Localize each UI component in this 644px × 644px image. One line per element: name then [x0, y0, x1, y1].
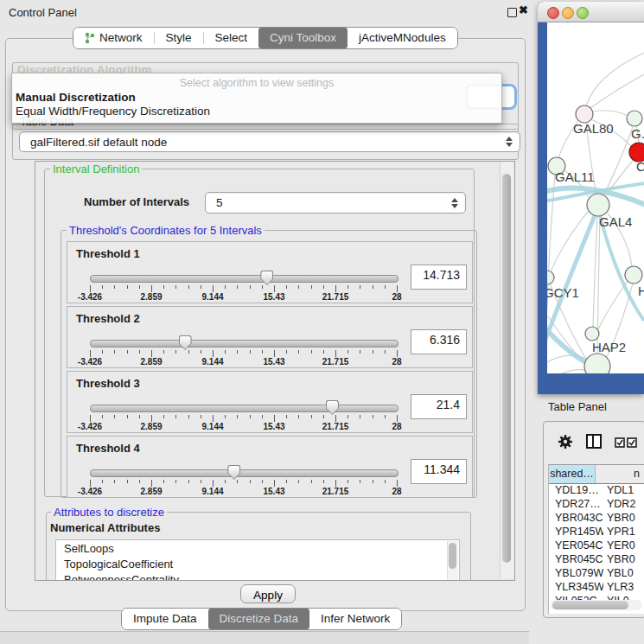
attribute-item[interactable]: SelfLoops	[56, 540, 459, 556]
threshold-value-field[interactable]: 11.344	[411, 459, 467, 484]
close-icon[interactable]: ✖	[519, 3, 528, 16]
threshold-label: Threshold 1	[76, 247, 140, 260]
threshold-value-field[interactable]: 6.316	[411, 329, 467, 354]
threshold-value-field[interactable]: 14.713	[411, 265, 467, 290]
network-node-g.[interactable]	[627, 111, 642, 126]
tab-cyni-toolbox[interactable]: Cyni Toolbox	[258, 28, 348, 48]
select-columns-checkboxes-icon[interactable]	[615, 436, 637, 451]
table-cell[interactable]: YPR1	[603, 526, 644, 539]
table-cell[interactable]: YLR3	[603, 581, 644, 595]
network-edge[interactable]	[593, 216, 597, 327]
table-row[interactable]: YBR045CYBR0	[549, 553, 644, 567]
slider-tick	[397, 350, 398, 357]
table-data-combobox[interactable]: galFiltered.sif default node	[19, 131, 520, 152]
slider-track[interactable]	[90, 275, 399, 283]
node-table: shared…n YDL19…YDL1YDR27…YDR2YBR043CYBR0…	[548, 464, 644, 614]
table-horizontal-scrollbar[interactable]	[551, 600, 642, 610]
slider-thumb[interactable]	[227, 465, 240, 480]
settings-scrollbar-thumb[interactable]	[502, 174, 511, 563]
table-row[interactable]: YDR27…YDR2	[549, 498, 644, 512]
network-node-h[interactable]	[625, 266, 642, 284]
algorithm-dropdown-popup: Select algorithm to view settings Manual…	[11, 73, 502, 124]
table-row[interactable]: YLR345WYLR3	[549, 581, 644, 595]
table-panel-body: shared…n YDL19…YDL1YDR27…YDR2YBR043CYBR0…	[543, 421, 644, 618]
network-edge[interactable]	[590, 74, 644, 108]
network-canvas[interactable]: GAL80G.CGAL11GAL4GCY1HHAP2	[547, 22, 644, 373]
threshold-2-box: Threshold 2-3.4262.8599.14415.4321.71528…	[67, 306, 473, 368]
traffic-light-close-icon[interactable]	[547, 7, 559, 19]
table-cell[interactable]: YBR0	[603, 512, 644, 526]
tab-infer-network[interactable]: Infer Network	[309, 609, 401, 629]
table-cell[interactable]: YDR27…	[549, 498, 603, 512]
slider-tick	[237, 285, 238, 289]
slider-track[interactable]	[90, 405, 399, 412]
column-header-1[interactable]: shared…	[549, 465, 596, 483]
tab-style[interactable]: Style	[155, 28, 203, 48]
network-window-titlebar[interactable]	[538, 2, 644, 22]
slider-tick	[274, 285, 275, 292]
column-header-2[interactable]: n	[596, 465, 644, 483]
slider-tick	[163, 285, 164, 289]
tab-discretize-data[interactable]: Discretize Data	[208, 609, 310, 629]
gear-icon[interactable]	[558, 434, 573, 453]
traffic-light-zoom-icon[interactable]	[577, 7, 589, 19]
table-row[interactable]: YDL19…YDL1	[549, 484, 644, 498]
table-cell[interactable]: YER054C	[549, 539, 603, 553]
float-window-icon[interactable]	[507, 8, 517, 17]
slider-thumb[interactable]	[260, 271, 273, 285]
network-edge[interactable]	[598, 281, 628, 329]
table-cell[interactable]: YDR2	[603, 498, 644, 512]
algorithm-option-1[interactable]: Manual Discretization	[16, 91, 136, 104]
table-cell[interactable]: YBR043C	[549, 512, 603, 526]
threshold-value-field[interactable]: 21.4	[411, 394, 467, 419]
network-edge[interactable]	[592, 111, 628, 116]
slider-tick	[201, 285, 201, 289]
table-row[interactable]: YBR043CYBR0	[549, 512, 644, 526]
table-cell[interactable]: YPR145W	[549, 526, 603, 539]
slider-tick	[262, 285, 263, 289]
settings-scrollbar[interactable]	[500, 162, 513, 578]
network-node-gcy1[interactable]	[547, 271, 554, 284]
table-data-value: galFiltered.sif default node	[30, 136, 167, 149]
table-row[interactable]: YBL079WYBL0	[549, 567, 644, 581]
split-columns-icon[interactable]	[586, 434, 602, 449]
slider-track[interactable]	[90, 340, 399, 348]
list-scrollbar[interactable]	[447, 541, 458, 581]
table-row[interactable]: YER054CYER0	[549, 539, 644, 553]
network-node-hap2[interactable]	[585, 327, 599, 341]
table-hscroll-thumb[interactable]	[552, 601, 628, 609]
slider-tick	[163, 350, 164, 354]
table-cell[interactable]: YLR345W	[549, 581, 603, 595]
table-cell[interactable]: YDL1	[603, 484, 644, 498]
table-panel-title: Table Panel	[548, 400, 607, 413]
table-cell[interactable]: YBL0	[603, 567, 644, 581]
slider-thumb[interactable]	[326, 400, 339, 415]
attribute-item[interactable]: BetweennessCentrality	[56, 571, 459, 581]
tab-network[interactable]: Network	[73, 28, 154, 48]
table-cell[interactable]: YER0	[603, 539, 644, 553]
apply-button[interactable]: Apply	[240, 584, 296, 603]
table-cell[interactable]: YDL19…	[549, 484, 603, 498]
slider-tick-label: 9.144	[201, 292, 223, 302]
network-node-gal4[interactable]	[587, 194, 609, 216]
traffic-light-minimize-icon[interactable]	[562, 7, 574, 19]
network-node-gal80[interactable]	[576, 105, 593, 123]
list-scrollbar-thumb[interactable]	[449, 543, 456, 569]
algorithm-option-2[interactable]: Equal Width/Frequency Discretization	[16, 105, 210, 118]
slider-tick	[298, 480, 299, 483]
slider-tick-label: -3.426	[78, 292, 102, 302]
slider-tick	[360, 480, 360, 483]
network-node-node-bottom[interactable]	[584, 354, 610, 373]
slider-tick	[90, 285, 91, 292]
slider-track[interactable]	[90, 469, 399, 477]
tab-impute-data[interactable]: Impute Data	[122, 609, 208, 629]
tab-jactivemnodules[interactable]: jActiveMNodules	[348, 28, 457, 48]
table-row[interactable]: YPR145WYPR1	[549, 526, 644, 539]
slider-thumb[interactable]	[179, 335, 192, 350]
table-cell[interactable]: YBL079W	[549, 567, 603, 581]
table-cell[interactable]: YBR045C	[549, 553, 603, 567]
table-cell[interactable]: YBR0	[603, 553, 644, 567]
tab-select[interactable]: Select	[204, 28, 259, 48]
attribute-item[interactable]: TopologicalCoefficient	[56, 556, 459, 571]
number-of-intervals-spinner[interactable]: 5	[205, 192, 466, 214]
